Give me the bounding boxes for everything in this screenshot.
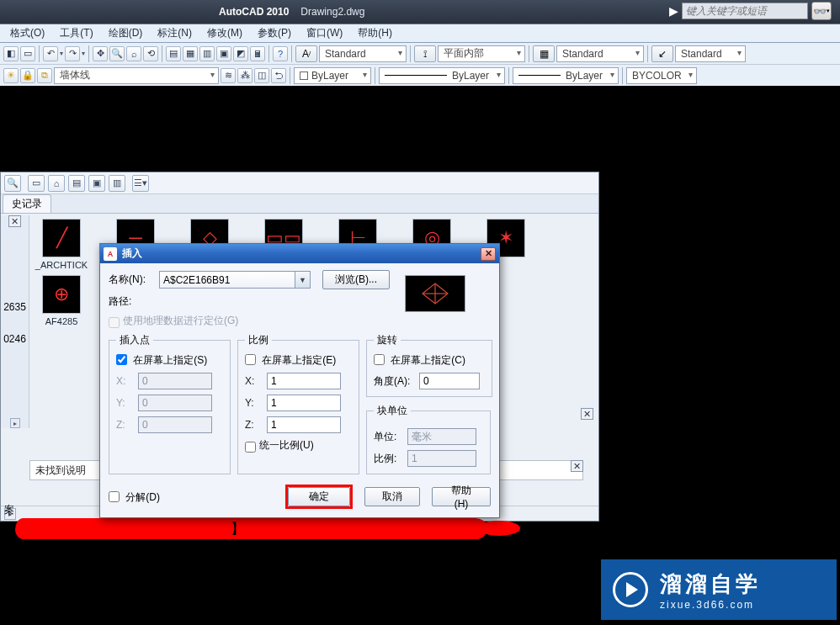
- linetype-value: ByLayer: [452, 70, 489, 82]
- unit-label: 单位:: [374, 430, 407, 444]
- dc-load-icon[interactable]: ▭: [28, 175, 45, 192]
- menu-parametric[interactable]: 参数(P): [254, 24, 295, 42]
- angle-input[interactable]: [419, 373, 480, 389]
- scale-y-input[interactable]: [267, 395, 341, 411]
- onscreen-s-checkbox[interactable]: [116, 354, 127, 365]
- uniform-checkbox[interactable]: [245, 442, 256, 453]
- rotation-legend: 旋转: [374, 333, 401, 347]
- dc-desc-icon[interactable]: ▥: [109, 175, 125, 192]
- open-icon[interactable]: ▭: [20, 46, 35, 61]
- mleaderstyle-icon[interactable]: ↙: [651, 45, 673, 62]
- dc-home-icon[interactable]: ⌂: [48, 175, 65, 192]
- dc-left-label1: 2635: [3, 301, 26, 313]
- unitscale-input: [407, 450, 476, 467]
- sz-label: Z:: [245, 419, 267, 431]
- layerprops-icon[interactable]: ⧉: [37, 68, 52, 83]
- markup-icon[interactable]: ◩: [233, 46, 248, 61]
- document-name: Drawing2.dwg: [300, 6, 364, 18]
- onscreen-c-label: 在屏幕上指定(C): [391, 354, 465, 366]
- dc-preview-icon[interactable]: ▣: [88, 175, 105, 192]
- color-combo[interactable]: ByLayer: [294, 67, 371, 84]
- onscreen-c-checkbox[interactable]: [374, 354, 385, 365]
- layermore-icon[interactable]: ⁂: [237, 68, 253, 83]
- menu-dimension[interactable]: 标注(N): [154, 24, 195, 42]
- ins-z-input: [138, 416, 212, 433]
- thumb-item[interactable]: ╱ _ARCHTICK: [35, 219, 88, 270]
- layerstate-icon[interactable]: ☀: [3, 68, 19, 83]
- search-start-icon[interactable]: ▶: [669, 4, 678, 18]
- dc-tree-icon[interactable]: ▤: [68, 175, 85, 192]
- textstyle-icon[interactable]: A/: [295, 45, 317, 62]
- calc-icon[interactable]: 🖩: [250, 46, 265, 61]
- mleaderstyle-combo[interactable]: Standard: [675, 45, 746, 62]
- zoom-icon[interactable]: 🔍: [109, 46, 125, 61]
- explode-label: 分解(D): [125, 491, 160, 503]
- menu-help[interactable]: 帮助(H): [354, 24, 396, 42]
- help-button[interactable]: 帮助(H): [432, 487, 491, 506]
- redo-icon[interactable]: ↷: [65, 46, 80, 61]
- menu-format[interactable]: 格式(O): [7, 24, 48, 42]
- dc-expand-icon[interactable]: ▸: [10, 418, 20, 428]
- scale-x-input[interactable]: [267, 373, 341, 389]
- thumb-label: AF4285: [45, 316, 78, 326]
- blockunit-legend: 块单位: [374, 404, 411, 418]
- browse-button[interactable]: 浏览(B)...: [322, 270, 390, 289]
- cancel-button[interactable]: 取消: [364, 487, 420, 506]
- insertpoint-legend: 插入点: [116, 333, 153, 347]
- dc-pane-close1[interactable]: ✕: [581, 408, 593, 420]
- dc-search-icon[interactable]: 🔍: [4, 175, 21, 192]
- tablestyle-combo[interactable]: Standard: [556, 45, 644, 62]
- zoom-window-icon[interactable]: ⌕: [126, 46, 141, 61]
- watermark: 溜溜自学 zixue.3d66.com: [601, 559, 837, 620]
- search-input[interactable]: [682, 3, 808, 19]
- menu-window[interactable]: 窗口(W): [303, 24, 346, 42]
- binoculars-icon[interactable]: 👓▾: [811, 2, 832, 20]
- dc-view-icon[interactable]: ☰▾: [132, 175, 149, 192]
- explode-checkbox[interactable]: [109, 491, 120, 502]
- layeriso-icon[interactable]: ≋: [221, 68, 236, 83]
- dc-tab-history[interactable]: 史记录: [3, 194, 51, 213]
- pan-icon[interactable]: ✥: [93, 46, 108, 61]
- help-icon[interactable]: ?: [273, 46, 288, 61]
- dialog-titlebar[interactable]: A 插入 ✕: [100, 244, 499, 263]
- layer-combo[interactable]: 墙体线: [54, 67, 219, 84]
- annotation-brace: 】: [231, 519, 245, 538]
- scale-z-input[interactable]: [267, 416, 341, 433]
- ok-button[interactable]: 确定: [288, 487, 350, 506]
- menu-modify[interactable]: 修改(M): [204, 24, 246, 42]
- lineweight-combo[interactable]: ByLayer: [513, 67, 619, 84]
- menu-tools[interactable]: 工具(T): [56, 24, 96, 42]
- scale-legend: 比例: [245, 333, 272, 347]
- thumb-label: _ARCHTICK: [35, 260, 88, 270]
- designcenter-icon[interactable]: ▦: [183, 46, 198, 61]
- zoom-prev-icon[interactable]: ⟲: [143, 46, 158, 61]
- linetype-combo[interactable]: ByLayer: [379, 67, 505, 84]
- dimstyle-icon[interactable]: ⟟: [414, 45, 436, 62]
- sheetset-icon[interactable]: ▣: [216, 46, 231, 61]
- new-icon[interactable]: ◧: [3, 46, 19, 61]
- dialog-close-button[interactable]: ✕: [481, 247, 496, 261]
- block-preview: [405, 275, 465, 312]
- thumb-item[interactable]: ⊕ AF4285: [35, 275, 88, 326]
- properties-icon[interactable]: ▤: [166, 46, 181, 61]
- dc-close-button[interactable]: ✕: [8, 215, 21, 227]
- onscreen-e-checkbox[interactable]: [245, 354, 256, 365]
- onscreen-s-label: 在屏幕上指定(S): [133, 354, 207, 366]
- angle-label: 角度(A):: [374, 374, 419, 389]
- layerprev-icon[interactable]: ⮌: [271, 68, 286, 83]
- sy-label: Y:: [245, 397, 267, 409]
- ok-highlight: 确定: [285, 485, 353, 509]
- undo-icon[interactable]: ↶: [43, 46, 58, 61]
- block-name-combo[interactable]: A$C2E166B91 ▼: [159, 271, 311, 289]
- chevron-down-icon[interactable]: ▼: [295, 272, 310, 288]
- plotstyle-combo[interactable]: BYCOLOR: [626, 67, 697, 84]
- toolpalette-icon[interactable]: ▥: [199, 46, 215, 61]
- dc-pane-close2[interactable]: ✕: [571, 460, 583, 472]
- textstyle-combo[interactable]: Standard: [319, 45, 407, 62]
- menu-draw[interactable]: 绘图(D): [105, 24, 146, 42]
- dimstyle-combo[interactable]: 平面内部: [438, 45, 525, 62]
- tablestyle-icon[interactable]: ▦: [533, 45, 555, 62]
- annotation-red-highlight: [15, 518, 486, 539]
- layermatch-icon[interactable]: ◫: [254, 68, 269, 83]
- layerlock-icon[interactable]: 🔒: [20, 68, 35, 83]
